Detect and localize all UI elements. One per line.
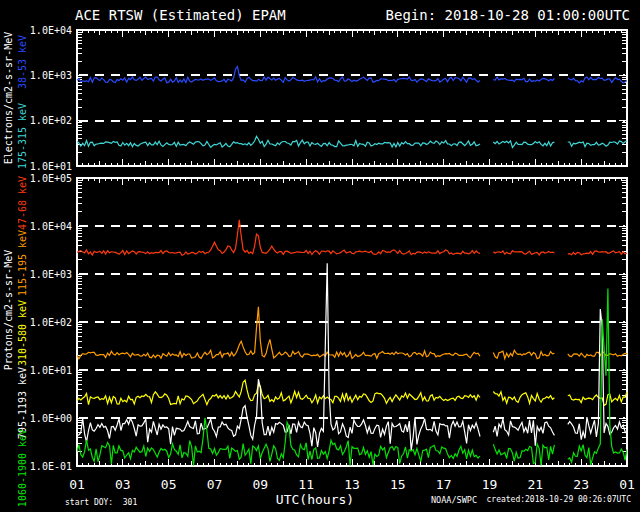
panel-frame-electrons	[77, 30, 627, 166]
y-tick-label: 1.0E-01	[30, 461, 72, 472]
y-tick-label: 1.0E+01	[30, 161, 72, 172]
trace-115-195-kev	[77, 307, 627, 359]
axis-unit-label-electrons: Electrons/cm2-s-sr-MeV	[3, 32, 15, 164]
hour-label: 01	[69, 477, 85, 492]
y-tick-label: 1.0E+03	[30, 70, 72, 81]
energy-label-47-68-kev: 47-68 keV	[17, 176, 29, 230]
trace-310-580-kev	[77, 380, 627, 405]
energy-label-115-195-kev: 115-195 keV	[17, 230, 29, 296]
hour-label: 09	[252, 477, 268, 492]
y-tick-label: 1.0E+00	[30, 413, 72, 424]
y-tick-label: 1.0E+04	[30, 221, 72, 232]
hour-label: 07	[207, 477, 223, 492]
trace-1060-1900-kev	[77, 288, 627, 465]
hour-label: 15	[390, 477, 406, 492]
trace-47-68-kev	[77, 220, 627, 256]
hour-label: 21	[527, 477, 543, 492]
ace-epam-plot-window: ACE RTSW (Estimated) EPAM Begin: 2018-10…	[0, 0, 640, 512]
hour-label: 11	[298, 477, 314, 492]
hour-label: 17	[436, 477, 452, 492]
y-tick-label: 1.0E+02	[30, 317, 72, 328]
hour-label: 23	[573, 477, 589, 492]
hour-label: 01	[619, 477, 635, 492]
start-doy-label: start DOY: 301	[65, 498, 137, 507]
axis-unit-label-protons: Protons/cm2-s-sr-MeV	[3, 250, 15, 370]
energy-label-38-53-kev: 38-53 keV	[17, 35, 29, 89]
y-tick-label: 1.0E+02	[30, 115, 72, 126]
hour-label: 03	[115, 477, 131, 492]
y-tick-label: 1.0E+04	[30, 25, 72, 36]
hour-label: 13	[344, 477, 360, 492]
created-timestamp: created:2018-10-29 00:26:07UTC	[487, 495, 632, 504]
y-tick-label: 1.0E+05	[30, 173, 72, 184]
energy-label-310-580-kev: 310-580 keV	[17, 300, 29, 366]
trace-175-315-kev	[77, 136, 627, 147]
y-tick-label: 1.0E+01	[30, 365, 72, 376]
y-tick-label: 1.0E+03	[30, 269, 72, 280]
plot-svg: 1.0E+041.0E+031.0E+021.0E+011.0E+051.0E+…	[0, 0, 640, 512]
agency-label: NOAA/SWPC	[431, 495, 477, 505]
hour-label: 05	[161, 477, 177, 492]
energy-label-175-315-kev: 175-315 keV	[17, 103, 29, 169]
energy-label-1060-1900-kev: 1060-1900 keV	[17, 429, 29, 507]
x-axis-label: UTC(hours)	[276, 492, 354, 507]
hour-label: 19	[482, 477, 498, 492]
